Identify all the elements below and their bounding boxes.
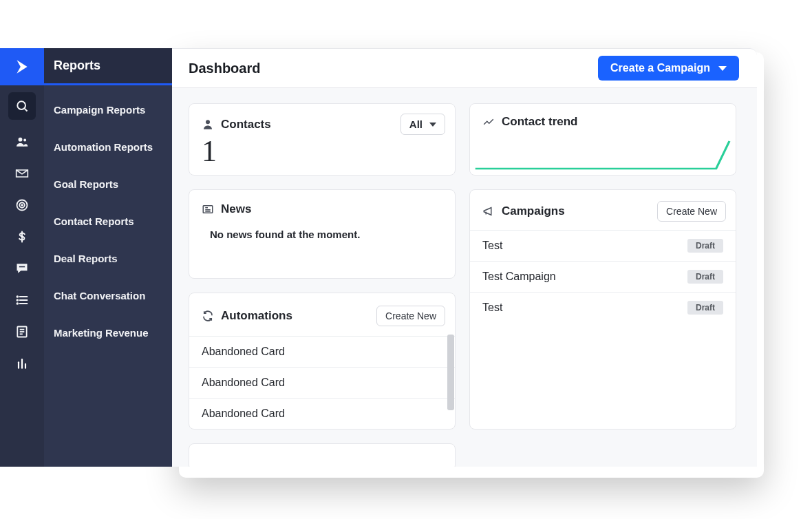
dollar-icon[interactable] [8,223,36,251]
automation-name: Abandoned Card [202,407,285,420]
target-icon[interactable] [8,191,36,219]
reports-nav-icon[interactable] [8,350,36,377]
sidebar-title: Reports [44,48,172,85]
list-icon[interactable] [8,286,36,314]
sidebar: Reports Campaign Reports Automation Repo… [44,48,172,467]
automation-name: Abandoned Card [202,346,285,358]
automation-name: Abandoned Card [202,377,285,389]
automation-row[interactable]: Abandoned Card [189,367,455,398]
contact-trend-chart [470,136,736,174]
sidebar-item-contact-reports[interactable]: Contact Reports [44,202,172,240]
contacts-title-row: Contacts [202,118,271,131]
sidebar-item-chat-conversation[interactable]: Chat Conversation [44,277,172,314]
search-icon[interactable] [8,92,36,120]
status-badge: Draft [687,270,723,284]
contacts-nav-icon[interactable] [8,128,36,156]
automations-title: Automations [221,309,292,323]
campaign-row[interactable]: Test Draft [470,292,736,323]
sidebar-item-campaign-reports[interactable]: Campaign Reports [44,91,172,128]
contacts-filter-label: All [409,118,423,130]
svg-point-6 [21,204,23,206]
status-badge: Draft [687,239,723,253]
campaigns-card: Campaigns Create New Test Draft Test Cam… [469,189,736,430]
chevron-down-icon [718,66,727,71]
svg-line-1 [24,108,27,111]
document-icon[interactable] [8,318,36,346]
contacts-count: 1 [189,136,455,175]
dashboard-grid: Contacts All 1 Contact trend [172,88,757,467]
megaphone-icon [482,205,495,218]
create-campaign-label: Create a Campaign [610,62,710,74]
svg-point-13 [17,303,19,304]
campaign-row[interactable]: Test Campaign Draft [470,261,736,292]
svg-point-12 [17,299,19,301]
campaign-name: Test Campaign [482,271,556,283]
status-badge: Draft [687,301,723,315]
automation-row[interactable]: Abandoned Card [189,336,455,367]
campaigns-create-button[interactable]: Create New [657,201,726,222]
person-icon [202,118,214,131]
campaigns-title: Campaigns [502,204,565,218]
sidebar-item-goal-reports[interactable]: Goal Reports [44,165,172,202]
nav-rail [0,48,44,467]
contacts-title: Contacts [221,118,271,131]
app-logo[interactable] [0,48,44,85]
automations-create-button[interactable]: Create New [376,306,445,326]
campaign-row[interactable]: Test Draft [470,230,736,261]
automations-card: Automations Create New Abandoned Card Ab… [189,293,456,430]
contact-trend-card: Contact trend [469,103,736,176]
app-window: Reports Campaign Reports Automation Repo… [0,48,757,467]
empty-card [189,443,456,467]
trend-icon [482,116,495,128]
campaign-name: Test [482,240,502,252]
news-empty-message: No news found at the moment. [189,222,455,257]
svg-point-0 [17,101,25,109]
campaign-name: Test [482,301,502,314]
news-card: News No news found at the moment. [189,189,456,279]
svg-point-21 [206,120,210,124]
sidebar-links: Campaign Reports Automation Reports Goal… [44,85,172,351]
mail-icon[interactable] [8,160,36,187]
svg-point-11 [17,296,19,297]
svg-rect-7 [19,266,25,268]
chat-icon[interactable] [8,255,36,282]
page-title: Dashboard [189,61,260,76]
create-campaign-button[interactable]: Create a Campaign [598,56,739,81]
refresh-icon [202,310,214,322]
svg-point-2 [19,138,23,142]
main-area: Dashboard Create a Campaign Contacts All [172,48,757,467]
sidebar-item-deal-reports[interactable]: Deal Reports [44,240,172,277]
sidebar-item-automation-reports[interactable]: Automation Reports [44,128,172,165]
newspaper-icon [202,203,214,215]
sidebar-item-marketing-revenue[interactable]: Marketing Revenue [44,314,172,351]
news-title: News [221,202,251,216]
svg-point-3 [23,139,26,142]
chevron-down-icon [429,123,436,127]
automation-row[interactable]: Abandoned Card [189,398,455,429]
contacts-filter-dropdown[interactable]: All [400,114,445,135]
contacts-card: Contacts All 1 [189,103,456,176]
contact-trend-title: Contact trend [502,115,578,129]
main-header: Dashboard Create a Campaign [172,48,757,88]
scrollbar[interactable] [447,335,454,410]
